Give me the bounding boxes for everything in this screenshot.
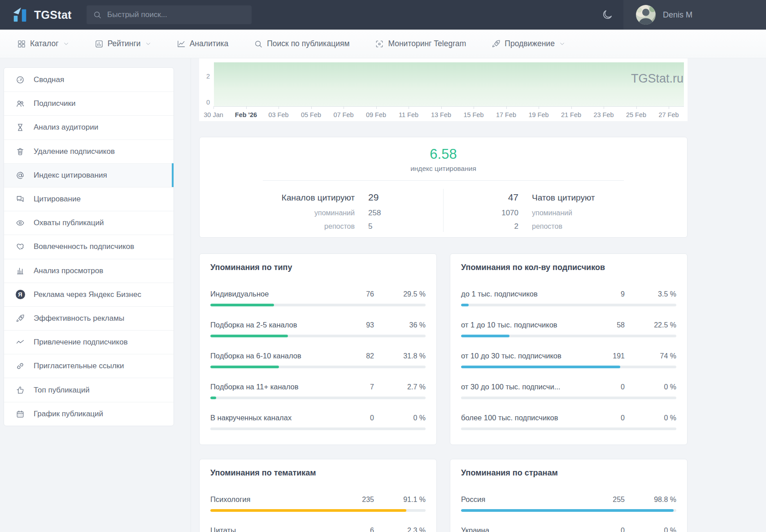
sidebar-item-ad-efficiency[interactable]: Эффективность рекламы xyxy=(4,306,174,330)
x-tick: Feb '26 xyxy=(235,111,257,118)
row-label: Подборка на 6-10 каналов xyxy=(210,351,334,361)
sidebar-item-citations[interactable]: Цитирование xyxy=(4,187,174,211)
row-percent: 74 % xyxy=(625,352,676,360)
row-label: более 100 тыс. подписчиков xyxy=(461,413,584,423)
row-value: 255 xyxy=(584,496,625,504)
sidebar: СводнаяПодписчикиАнализ аудиторииУдалени… xyxy=(4,67,174,426)
chevron-down-icon xyxy=(63,41,69,47)
mention-row: Цитаты62.3 % xyxy=(210,525,426,532)
eye-icon xyxy=(15,218,25,227)
mention-row: более 100 тыс. подписчиков00 % xyxy=(461,413,676,444)
sidebar-item-label: График публикаций xyxy=(34,410,103,419)
row-bar-fill xyxy=(210,509,406,512)
sidebar-item-top-posts[interactable]: Топ публикаций xyxy=(4,378,174,401)
nav-item-telegram-monitoring[interactable]: Мониторинг Telegram xyxy=(375,39,466,48)
nav-item-post-search[interactable]: Поиск по публикациям xyxy=(254,39,349,48)
sidebar-item-citation-index[interactable]: Индекс цитирования xyxy=(4,163,174,187)
theme-toggle[interactable] xyxy=(591,9,623,21)
row-value: 82 xyxy=(334,352,374,360)
row-label: от 1 до 10 тыс. подписчиков xyxy=(461,320,584,330)
row-label: от 30 до 100 тыс. подписчи... xyxy=(461,382,584,392)
row-label: Украина xyxy=(461,525,584,532)
search-input[interactable] xyxy=(106,10,245,20)
row-bar xyxy=(210,304,426,306)
sidebar-item-views-analysis[interactable]: Анализ просмотров xyxy=(4,259,174,283)
x-tick: 27 Feb xyxy=(658,111,679,118)
mention-row: Подборка на 2-5 каналов9336 % xyxy=(210,320,426,351)
card-title: Упоминания по кол-ву подписчиков xyxy=(461,262,676,273)
row-bar-fill xyxy=(461,366,620,368)
x-tick: 15 Feb xyxy=(463,111,483,118)
x-tick: 13 Feb xyxy=(431,111,451,118)
nav-label: Мониторинг Telegram xyxy=(388,39,466,48)
sidebar-item-summary[interactable]: Сводная xyxy=(4,68,174,92)
brand[interactable]: TGStat xyxy=(0,6,87,23)
nav-item-catalog[interactable]: Каталог xyxy=(17,39,69,48)
nav-label: Продвижение xyxy=(505,39,555,48)
rocket-icon xyxy=(492,39,501,48)
at-icon xyxy=(15,171,25,180)
card-by-topics: Упоминания по тематикамПсихология23591.1… xyxy=(199,459,437,532)
sidebar-item-label: Пригласительные ссылки xyxy=(34,362,124,371)
mention-row: от 10 до 30 тыс. подписчиков19174 % xyxy=(461,351,676,382)
sidebar-item-engagement[interactable]: Вовлеченность подписчиков xyxy=(4,235,174,258)
sidebar-item-yandex-business[interactable]: ЯРеклама через Яндекс Бизнес xyxy=(4,283,174,306)
x-tick: 05 Feb xyxy=(301,111,321,118)
sidebar-item-label: Эффективность рекламы xyxy=(34,314,124,323)
row-percent: 2.7 % xyxy=(374,383,426,391)
moon-icon xyxy=(601,9,613,21)
quick-search[interactable] xyxy=(87,5,252,24)
row-percent: 29.5 % xyxy=(374,290,426,298)
sidebar-item-audience-analysis[interactable]: Анализ аудитории xyxy=(4,115,174,139)
row-percent: 91.1 % xyxy=(374,496,426,504)
sidebar-item-subscriber-removal[interactable]: Удаление подписчиков xyxy=(4,140,174,163)
search-icon xyxy=(254,39,263,48)
stat-label: репостов xyxy=(282,222,355,231)
row-label: Психология xyxy=(210,494,334,504)
row-bar xyxy=(461,304,676,306)
row-bar-fill xyxy=(461,509,674,512)
x-tick-labels: 30 JanFeb '2603 Feb05 Feb07 Feb09 Feb11 … xyxy=(213,111,669,120)
calendar-icon xyxy=(15,410,25,419)
chevron-down-icon xyxy=(559,41,565,47)
chats-citing-label: Чатов цитируют xyxy=(532,192,595,204)
sidebar-item-label: Сводная xyxy=(34,75,64,84)
chats-citing-value: 47 xyxy=(490,192,518,203)
row-value: 235 xyxy=(334,496,374,504)
row-value: 9 xyxy=(584,290,625,298)
row-value: 93 xyxy=(334,321,374,329)
row-percent: 36 % xyxy=(374,321,426,329)
sidebar-item-invite-links[interactable]: Пригласительные ссылки xyxy=(4,354,174,378)
row-percent: 3.5 % xyxy=(625,290,676,298)
nav-item-analytics[interactable]: Аналитика xyxy=(177,39,229,48)
sidebar-item-post-reach[interactable]: Охваты публикаций xyxy=(4,211,174,235)
nav-item-ratings[interactable]: Рейтинги xyxy=(95,39,151,48)
nav-label: Каталог xyxy=(30,39,59,48)
mention-row: от 1 до 10 тыс. подписчиков5822.5 % xyxy=(461,320,676,351)
trend-icon xyxy=(15,338,25,347)
citation-index-value: 6.58 xyxy=(200,146,687,162)
sidebar-item-posting-schedule[interactable]: График публикаций xyxy=(4,402,174,426)
grid-icon xyxy=(17,39,26,48)
main-content: 2 0 30 JanFeb '2603 Feb05 Feb07 Feb09 Fe… xyxy=(191,58,766,532)
x-tick: 09 Feb xyxy=(366,111,386,118)
user-menu[interactable]: Denis M xyxy=(623,0,766,30)
search-icon xyxy=(93,10,102,19)
sidebar-item-label: Индекс цитирования xyxy=(34,171,107,180)
card-title: Упоминания по странам xyxy=(461,467,676,478)
sidebar-item-subscriber-acquisition[interactable]: Привлечение подписчиков xyxy=(4,330,174,354)
bar-chart-icon xyxy=(15,266,25,275)
chat-quote-icon xyxy=(15,195,25,204)
row-bar xyxy=(210,335,426,337)
x-tick: 19 Feb xyxy=(528,111,548,118)
trash-icon xyxy=(15,147,25,156)
row-bar-fill xyxy=(210,366,279,368)
row-bar xyxy=(461,366,676,368)
sidebar-item-subscribers[interactable]: Подписчики xyxy=(4,92,174,115)
sidebar-item-label: Топ публикаций xyxy=(34,386,90,395)
row-label: Подборка на 2-5 каналов xyxy=(210,320,334,330)
mention-row: Подборка на 6-10 каналов8231.8 % xyxy=(210,351,426,382)
chart-watermark: TGStat.ru xyxy=(594,72,683,86)
nav-item-promotion[interactable]: Продвижение xyxy=(492,39,565,48)
row-bar-fill xyxy=(210,304,274,306)
